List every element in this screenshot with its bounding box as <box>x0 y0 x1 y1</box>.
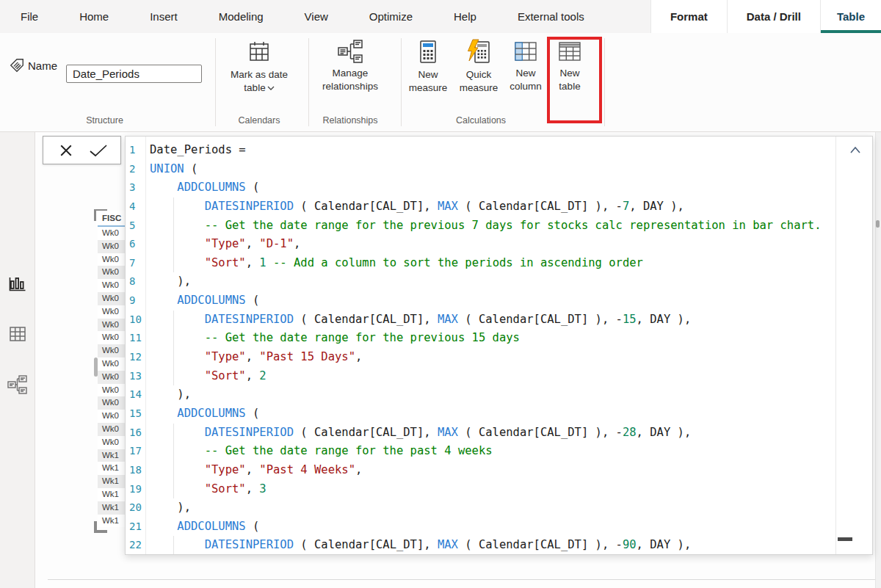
code-line-9[interactable]: 9 ADDCOLUMNS ( <box>126 291 835 311</box>
code-token: ( <box>246 181 260 194</box>
code-line-12[interactable]: 12 "Type", "Past 15 Days", <box>126 348 835 367</box>
button-label: measure <box>406 81 450 95</box>
line-number: 9 <box>126 291 147 311</box>
code-token: ( Calendar[CAL_DT], <box>294 313 438 326</box>
code-token <box>150 463 205 476</box>
code-token: ), <box>150 388 191 401</box>
commit-button[interactable] <box>87 141 109 160</box>
code-token: MAX <box>438 426 458 439</box>
menu-item-insert[interactable]: Insert <box>129 0 198 33</box>
code-line-4[interactable]: 4 DATESINPERIOD ( Calendar[CAL_DT], MAX … <box>126 197 835 217</box>
code-line-21[interactable]: 21 ADDCOLUMNS ( <box>126 518 835 537</box>
menu-item-external-tools[interactable]: External tools <box>497 0 605 33</box>
menu-item-view[interactable]: View <box>284 0 349 33</box>
code-line-8[interactable]: 8 ), <box>126 272 835 291</box>
group-label-calculations: Calculations <box>411 115 551 126</box>
model-view-icon <box>7 374 29 395</box>
new-column-button[interactable]: New column <box>505 39 546 93</box>
code-token <box>150 331 205 344</box>
tab-format[interactable]: Format <box>650 0 727 33</box>
table-scrollbar-thumb[interactable] <box>94 357 98 377</box>
button-label: Manage <box>312 67 388 80</box>
code-token: ( Calendar[CAL_DT] ), - <box>458 426 623 439</box>
formula-bar-actions <box>43 136 121 164</box>
data-view-icon <box>8 324 27 344</box>
line-number: 12 <box>126 348 147 367</box>
code-token: "Sort" <box>205 369 246 382</box>
line-number: 1 <box>126 141 147 160</box>
sidebar-item-report-view[interactable] <box>7 273 29 295</box>
gutter-separator <box>145 137 146 554</box>
code-token <box>150 369 205 382</box>
menu-items: FileHomeInsertModelingViewOptimizeHelpEx… <box>0 0 605 33</box>
code-token <box>150 294 177 307</box>
code-token: , <box>246 237 260 250</box>
code-line-11[interactable]: 11 -- Get the date range for the previou… <box>126 329 835 348</box>
menu-item-file[interactable]: File <box>0 0 59 33</box>
code-token: ADDCOLUMNS <box>177 407 245 420</box>
code-line-7[interactable]: 7 "Sort", 1 -- Add a column to sort the … <box>126 254 835 273</box>
app-scrollbar-thumb[interactable] <box>876 220 880 228</box>
button-label: table <box>244 82 265 93</box>
code-token: ( <box>246 520 260 533</box>
indent-guide <box>173 235 174 254</box>
menu-item-help[interactable]: Help <box>433 0 497 33</box>
line-number: 6 <box>126 235 147 254</box>
code-token: MAX <box>438 313 458 326</box>
dax-editor[interactable]: 1Date_Periods =2UNION (3 ADDCOLUMNS (4 D… <box>125 136 873 555</box>
menu-item-optimize[interactable]: Optimize <box>349 0 433 33</box>
code-token: DATESINPERIOD <box>205 200 294 213</box>
code-line-3[interactable]: 3 ADDCOLUMNS ( <box>126 178 835 197</box>
ribbon-separator <box>604 38 605 126</box>
indent-guide <box>173 197 174 217</box>
code-line-19[interactable]: 19 "Sort", 3 <box>126 480 835 499</box>
dax-code-lines: 1Date_Periods =2UNION (3 ADDCOLUMNS (4 D… <box>126 141 835 554</box>
cancel-button[interactable] <box>55 141 77 160</box>
code-line-5[interactable]: 5 -- Get the date range for the previous… <box>126 217 835 236</box>
menu-item-home[interactable]: Home <box>59 0 129 33</box>
tab-table[interactable]: Table <box>820 0 881 33</box>
ribbon-separator <box>401 38 402 126</box>
table-name-input[interactable] <box>66 65 202 83</box>
code-line-6[interactable]: 6 "Type", "D-1", <box>126 235 835 254</box>
editor-scrollbar-thumb[interactable] <box>838 537 852 541</box>
code-line-10[interactable]: 10 DATESINPERIOD ( Calendar[CAL_DT], MAX… <box>126 311 835 330</box>
code-token: , <box>246 482 260 496</box>
group-label-structure: Structure <box>73 115 136 126</box>
code-token <box>150 313 205 326</box>
chevron-down-icon <box>267 86 275 91</box>
button-label: Quick <box>457 68 501 81</box>
code-line-14[interactable]: 14 ), <box>126 385 835 404</box>
manage-relationships-button[interactable]: Manage relationships <box>312 39 388 93</box>
sidebar-item-data-view[interactable] <box>7 323 29 345</box>
code-line-13[interactable]: 13 "Sort", 2 <box>126 367 835 386</box>
code-line-2[interactable]: 2UNION ( <box>126 160 835 179</box>
code-token: DATESINPERIOD <box>205 538 294 551</box>
menu-item-modeling[interactable]: Modeling <box>198 0 284 33</box>
code-token: -- Get the date range for the previous 1… <box>205 331 520 344</box>
app-scrollbar-track[interactable] <box>875 132 881 588</box>
ribbon-separator <box>308 38 309 126</box>
quick-measure-button[interactable]: Quick measure <box>457 39 501 95</box>
quick-measure-icon <box>464 39 493 65</box>
code-token: "D-1" <box>259 237 294 250</box>
indent-guide <box>173 217 174 236</box>
ribbon: Name Structure Mark as date table Calend… <box>0 33 881 132</box>
code-token: UNION <box>150 162 184 175</box>
tab-data-drill[interactable]: Data / Drill <box>727 0 820 33</box>
sidebar-item-model-view[interactable] <box>7 374 29 396</box>
code-line-22[interactable]: 22 DATESINPERIOD ( Calendar[CAL_DT], MAX… <box>126 536 835 554</box>
code-token <box>150 426 205 439</box>
collapse-editor-button[interactable] <box>848 144 863 156</box>
tag-icon <box>9 57 25 73</box>
code-token: , <box>294 237 300 250</box>
code-line-15[interactable]: 15 ADDCOLUMNS ( <box>126 404 835 424</box>
code-line-1[interactable]: 1Date_Periods = <box>126 141 835 160</box>
code-line-16[interactable]: 16 DATESINPERIOD ( Calendar[CAL_DT], MAX… <box>126 424 835 443</box>
new-measure-button[interactable]: New measure <box>406 39 450 95</box>
line-number: 15 <box>126 404 147 424</box>
code-line-18[interactable]: 18 "Type", "Past 4 Weeks", <box>126 461 835 480</box>
code-line-20[interactable]: 20 ), <box>126 498 835 518</box>
code-line-17[interactable]: 17 -- Get the date range for the past 4 … <box>126 442 835 461</box>
mark-as-date-table-button[interactable]: Mark as date table <box>221 39 297 95</box>
